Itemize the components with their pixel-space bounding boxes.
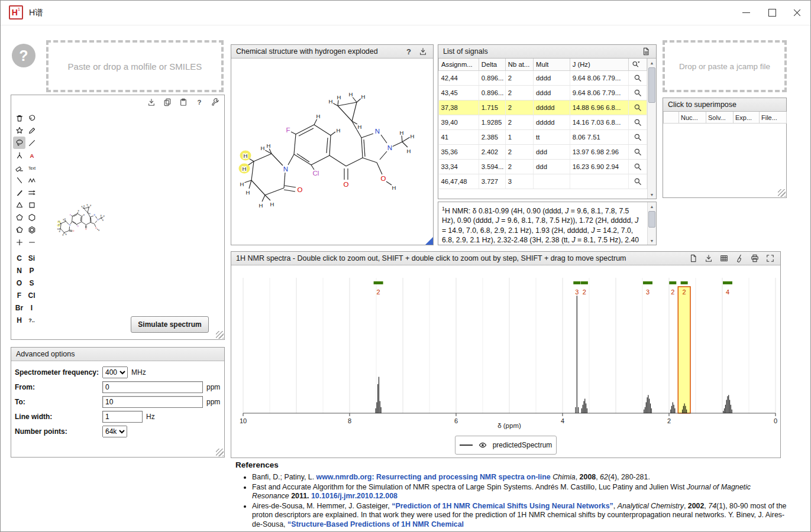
eraser-tool[interactable] (13, 161, 25, 174)
copy-signals-icon[interactable] (641, 46, 651, 57)
minimize-button[interactable] (736, 1, 756, 25)
col-delta[interactable]: Delta (479, 59, 505, 71)
print-spectrum-icon[interactable] (749, 253, 760, 264)
structure-resize-corner[interactable] (425, 237, 433, 245)
element-s[interactable]: S (25, 277, 38, 289)
signal-row[interactable]: 33,343.594...2ddd16.23 6.90 2.94 (439, 160, 647, 174)
advanced-resize-handle[interactable] (216, 449, 224, 456)
col-nucleus[interactable]: Nuc... (679, 112, 706, 124)
zoom-to-signal-icon[interactable] (633, 162, 642, 171)
structure-help-icon[interactable]: ? (403, 46, 414, 57)
structure-download-icon[interactable] (418, 46, 428, 57)
to-input[interactable] (102, 396, 203, 408)
assignment-file-icon[interactable] (688, 253, 699, 264)
ring-6-tool[interactable] (25, 211, 38, 223)
col-experiment[interactable]: Exp... (734, 112, 760, 124)
element-p[interactable]: P (25, 264, 38, 277)
col-assignment[interactable]: Assignm... (439, 59, 479, 71)
nmr-scroll-up-icon[interactable]: ▲ (648, 202, 656, 210)
element-h[interactable]: H (13, 314, 25, 326)
signals-scrollbar[interactable]: ▲ ▼ (647, 59, 656, 199)
zoom-to-signal-icon[interactable] (633, 118, 642, 127)
col-nb-atoms[interactable]: Nb at... (505, 59, 533, 71)
line-width-input[interactable] (102, 411, 143, 423)
signal-row[interactable]: 39,401.92852ddddd14.16 7.03 6.8... (439, 115, 647, 130)
signals-scroll-thumb[interactable] (648, 67, 655, 103)
atom-label-tool[interactable]: A (25, 149, 38, 161)
ring-3-tool[interactable] (13, 199, 25, 211)
simulate-spectrum-button[interactable]: Simulate spectrum (131, 316, 209, 333)
editor-molecule-preview[interactable]: FClNOONNOHHHHHHHHHHHHHHHHHHH (55, 196, 112, 246)
element-n[interactable]: N (13, 264, 25, 277)
benzene-tool[interactable] (25, 223, 38, 236)
polybond-tool[interactable] (25, 174, 38, 186)
col-mult[interactable]: Mult (534, 59, 570, 71)
col-j[interactable]: J (Hz) (570, 59, 629, 71)
maximize-button[interactable] (762, 1, 782, 25)
signal-row[interactable]: 46,47,483.7273 (439, 174, 647, 189)
zoom-to-signal-icon[interactable] (633, 177, 642, 186)
scroll-down-icon[interactable]: ▼ (648, 190, 656, 199)
molecule-drawing[interactable]: FClNOONNOHHHHHHHHHHHHHHHHHHH (231, 59, 433, 244)
reference-link[interactable]: www.nmrdb.org: Resurrecting and processi… (316, 473, 551, 481)
scroll-up-icon[interactable]: ▲ (648, 59, 656, 67)
import-file-icon[interactable] (146, 97, 157, 108)
molfile-dropzone[interactable]: Paste or drop a molfile or SMILES (46, 40, 224, 92)
col-file[interactable]: File... (760, 112, 787, 124)
fullscreen-icon[interactable] (765, 253, 776, 264)
reference-link[interactable]: 10.1016/j.jmr.2010.12.008 (311, 492, 398, 500)
superimpose-resize-handle[interactable] (778, 189, 786, 197)
signal-row[interactable]: 37,381.7152ddddd14.88 6.96 6.8... (439, 100, 647, 115)
toggle-visibility-icon[interactable] (477, 440, 488, 450)
close-button[interactable] (787, 1, 807, 25)
element-cl[interactable]: Cl (25, 289, 38, 301)
nmr-spectrum-plot[interactable]: 1086420δ (ppm)2323224 (234, 267, 778, 434)
nmr-scroll-down-icon[interactable]: ▼ (648, 236, 656, 245)
nmr-scroll-thumb[interactable] (648, 211, 655, 228)
clean-structure-tool[interactable] (13, 124, 25, 137)
zoom-to-signal-icon[interactable] (633, 132, 642, 142)
signal-row[interactable]: 35,362.4022ddd13.97 6.98 2.96 (439, 145, 647, 160)
element-?[interactable]: ?.. (25, 314, 38, 326)
element-o[interactable]: O (13, 277, 25, 289)
editor-help-icon[interactable]: ? (194, 97, 205, 108)
peak-table-icon[interactable] (719, 253, 729, 264)
undo-tool[interactable] (25, 112, 38, 124)
editor-settings-icon[interactable] (210, 97, 221, 108)
signal-row[interactable]: 412.3851tt8.06 7.51 (439, 130, 647, 145)
draw-bond-tool[interactable] (25, 124, 38, 137)
element-si[interactable]: Si (25, 252, 38, 264)
zoom-to-signal-icon[interactable] (633, 147, 642, 157)
zoom-to-signal-icon[interactable] (633, 88, 642, 98)
jcamp-dropzone[interactable]: Drop or paste a jcamp file (663, 40, 787, 92)
from-input[interactable] (102, 381, 203, 393)
delete-tool[interactable] (13, 112, 25, 124)
reference-link[interactable]: “Structure-Based Predictions of 1H NMR C… (287, 520, 464, 528)
charge-plus-tool[interactable] (13, 236, 25, 248)
editor-resize-handle[interactable] (216, 331, 224, 339)
clear-spectrum-icon[interactable] (734, 253, 745, 264)
ring-5-tool[interactable] (13, 211, 25, 223)
line-select-tool[interactable] (25, 137, 38, 149)
single-bond-tool[interactable] (13, 174, 25, 186)
col-solvent[interactable]: Solv... (706, 112, 734, 124)
reference-link[interactable]: “Prediction of 1H NMR Chemical Shifts Us… (392, 502, 613, 510)
text-tool[interactable]: Text (25, 161, 38, 174)
lasso-select-tool[interactable] (13, 137, 25, 149)
nmr-text-scrollbar[interactable]: ▲ ▼ (647, 202, 656, 245)
element-c[interactable]: C (13, 252, 25, 264)
search-signals-icon[interactable] (631, 60, 641, 69)
zoom-to-signal-icon[interactable] (633, 103, 642, 112)
paste-molecule-icon[interactable] (178, 97, 189, 108)
element-f[interactable]: F (13, 289, 25, 301)
reaction-arrow-tool[interactable] (25, 186, 38, 199)
element-br[interactable]: Br (13, 301, 25, 314)
element-i[interactable]: I (25, 301, 38, 314)
download-spectrum-icon[interactable] (703, 253, 714, 264)
copy-molecule-icon[interactable] (162, 97, 173, 108)
zoom-to-signal-icon[interactable] (633, 73, 642, 83)
charge-minus-tool[interactable] (25, 236, 38, 248)
cyclopentadiene-tool[interactable] (13, 223, 25, 236)
signal-row[interactable]: 43,450.896...2dddd9.64 8.06 7.79... (439, 86, 647, 100)
help-circle-button[interactable]: ? (12, 44, 35, 67)
